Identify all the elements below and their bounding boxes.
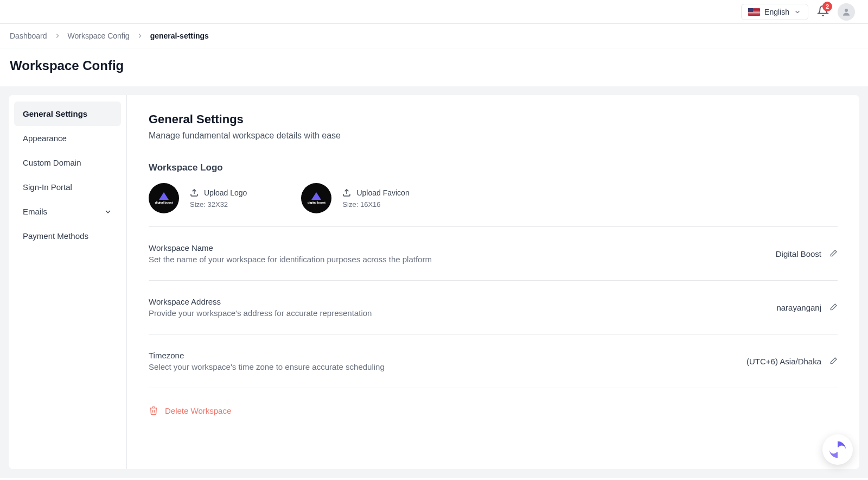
- user-avatar[interactable]: [838, 3, 855, 21]
- notification-badge: 2: [822, 2, 832, 11]
- chevron-down-icon: [794, 8, 801, 16]
- workspace-logo-preview: digital boost: [149, 183, 179, 213]
- trash-icon: [149, 406, 158, 415]
- logo-triangle-icon: [159, 192, 169, 200]
- workspace-name-value: Digital Boost: [776, 249, 821, 258]
- sidebar-item-label: Emails: [23, 207, 47, 216]
- sidebar-item-sign-in-portal[interactable]: Sign-In Portal: [14, 175, 121, 199]
- pencil-icon: [829, 303, 838, 312]
- upload-favicon-label: Upload Favicon: [356, 188, 409, 197]
- svg-point-0: [845, 9, 848, 12]
- upload-favicon-size: Size: 16X16: [342, 200, 409, 209]
- field-desc: Select your workspace's time zone to ens…: [149, 362, 385, 371]
- sidebar-item-label: Payment Methods: [23, 231, 88, 241]
- sidebar-item-appearance[interactable]: Appearance: [14, 126, 121, 150]
- divider: [149, 280, 838, 281]
- logo-row: digital boost Upload Logo Size: 32X32: [149, 183, 838, 213]
- delete-workspace-label: Delete Workspace: [165, 406, 231, 415]
- pencil-icon: [829, 357, 838, 365]
- sidebar-item-label: Sign-In Portal: [23, 182, 72, 192]
- sidebar-item-label: General Settings: [23, 109, 87, 118]
- field-workspace-name: Workspace Name Set the name of your work…: [149, 240, 838, 267]
- help-chat-button[interactable]: [822, 434, 853, 465]
- upload-logo-size: Size: 32X32: [190, 200, 247, 209]
- field-workspace-address: Workspace Address Provide your workspace…: [149, 294, 838, 321]
- notifications-button[interactable]: 2: [817, 5, 829, 19]
- main-area: General Settings Appearance Custom Domai…: [0, 86, 868, 478]
- upload-logo-column: Upload Logo Size: 32X32: [190, 188, 247, 209]
- field-desc: Provide your workspace's address for acc…: [149, 308, 372, 318]
- favicon-triangle-icon: [311, 192, 321, 200]
- content-area: General Settings Manage fundamental work…: [127, 95, 859, 469]
- sidebar-item-general-settings[interactable]: General Settings: [14, 102, 121, 126]
- section-subtitle: Manage fundamental workspace details wit…: [149, 131, 838, 141]
- divider: [149, 226, 838, 227]
- sidebar-item-label: Appearance: [23, 134, 67, 143]
- field-desc: Set the name of your workspace for ident…: [149, 255, 432, 264]
- edit-timezone-button[interactable]: [829, 357, 838, 365]
- chevron-right-icon: [136, 32, 144, 40]
- field-timezone: Timezone Select your workspace's time zo…: [149, 348, 838, 375]
- logo-block: digital boost Upload Logo Size: 32X32: [149, 183, 247, 213]
- divider: [149, 388, 838, 388]
- workspace-favicon-preview: digital boost: [301, 183, 331, 213]
- logo-brand-text: digital boost: [155, 201, 173, 204]
- upload-logo-label: Upload Logo: [204, 188, 247, 197]
- sidebar-item-label: Custom Domain: [23, 158, 81, 167]
- upload-icon: [190, 188, 199, 197]
- breadcrumb-dashboard[interactable]: Dashboard: [10, 31, 47, 40]
- sidebar-item-custom-domain[interactable]: Custom Domain: [14, 150, 121, 175]
- edit-workspace-name-button[interactable]: [829, 249, 838, 258]
- breadcrumb-workspace-config[interactable]: Workspace Config: [68, 31, 130, 40]
- logo-section-heading: Workspace Logo: [149, 162, 838, 173]
- sidebar-item-emails[interactable]: Emails: [14, 199, 121, 224]
- chevron-down-icon: [104, 207, 112, 216]
- pencil-icon: [829, 249, 838, 258]
- section-title: General Settings: [149, 112, 838, 127]
- breadcrumb-current: general-settings: [150, 31, 209, 40]
- favicon-block: digital boost Upload Favicon Size: 16X16: [301, 183, 409, 213]
- upload-logo-button[interactable]: Upload Logo: [190, 188, 247, 197]
- page-title: Workspace Config: [0, 48, 868, 86]
- divider: [149, 334, 838, 334]
- field-title: Workspace Name: [149, 243, 432, 252]
- help-swirl-icon: [827, 439, 848, 460]
- delete-workspace-button[interactable]: Delete Workspace: [149, 406, 838, 415]
- field-title: Workspace Address: [149, 297, 372, 306]
- user-icon: [841, 7, 851, 17]
- language-label: English: [764, 8, 789, 16]
- svg-point-4: [835, 447, 840, 452]
- settings-panel: General Settings Appearance Custom Domai…: [9, 95, 859, 469]
- upload-favicon-button[interactable]: Upload Favicon: [342, 188, 409, 197]
- field-title: Timezone: [149, 351, 385, 360]
- flag-us-icon: [748, 8, 760, 16]
- timezone-value: (UTC+6) Asia/Dhaka: [746, 357, 821, 366]
- favicon-brand-text: digital boost: [308, 201, 326, 204]
- upload-icon: [342, 188, 351, 197]
- workspace-address-value: narayanganj: [776, 303, 821, 312]
- upload-favicon-column: Upload Favicon Size: 16X16: [342, 188, 409, 209]
- sidebar: General Settings Appearance Custom Domai…: [9, 95, 127, 469]
- breadcrumb: Dashboard Workspace Config general-setti…: [0, 24, 868, 48]
- edit-workspace-address-button[interactable]: [829, 303, 838, 312]
- sidebar-item-payment-methods[interactable]: Payment Methods: [14, 224, 121, 248]
- language-selector[interactable]: English: [741, 4, 808, 20]
- chevron-right-icon: [54, 32, 61, 40]
- topbar: English 2: [0, 0, 868, 24]
